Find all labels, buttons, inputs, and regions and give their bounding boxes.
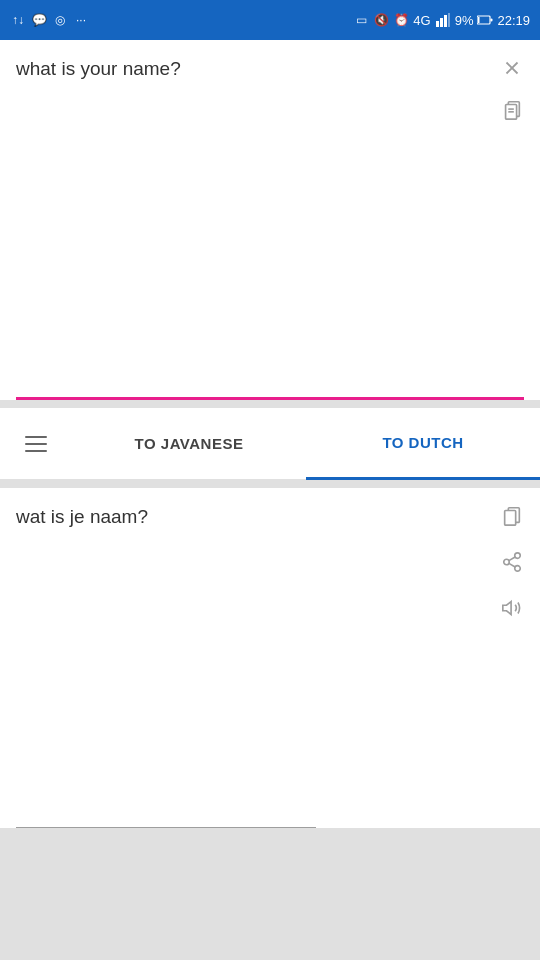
svg-line-19 [509,557,515,561]
output-text: wat is je naam? [16,506,476,528]
svg-marker-20 [503,602,511,615]
input-actions [496,52,528,126]
separator-2 [0,480,540,488]
tab-javanese[interactable]: TO JAVANESE [72,408,306,480]
output-area: wat is je naam? [0,488,540,828]
time: 22:19 [497,13,530,28]
input-area: what is your name? [0,40,540,400]
cast-icon: ▭ [353,12,369,28]
output-actions [496,500,528,624]
copy-button[interactable] [496,500,528,532]
menu-button[interactable] [0,408,72,480]
battery-percent: 9% [455,13,474,28]
input-underline [16,397,524,400]
language-bar: TO JAVANESE TO DUTCH [0,408,540,480]
svg-rect-5 [491,19,493,22]
language-tabs: TO JAVANESE TO DUTCH [72,408,540,480]
svg-rect-14 [505,511,516,526]
svg-point-17 [515,566,521,572]
svg-rect-1 [440,18,443,27]
svg-point-16 [504,559,510,565]
camera-icon: ◎ [52,12,68,28]
svg-rect-3 [448,13,450,27]
input-text[interactable]: what is your name? [16,58,476,80]
tab-dutch[interactable]: TO DUTCH [306,408,540,480]
status-right-info: ▭ 🔇 ⏰ 4G 9% 22:19 [353,12,530,28]
data-icon: ↑↓ [10,12,26,28]
svg-line-18 [509,563,515,567]
svg-rect-6 [478,17,480,23]
speaker-button[interactable] [496,592,528,624]
svg-point-15 [515,553,521,559]
network-type: 4G [413,13,430,28]
svg-rect-0 [436,21,439,27]
status-left-icons: ↑↓ 💬 ◎ ··· [10,12,89,28]
svg-rect-2 [444,15,447,27]
output-underline [16,827,316,829]
whatsapp-icon: 💬 [31,12,47,28]
signal-bars [435,12,451,28]
clear-button[interactable] [496,52,528,84]
status-bar: ↑↓ 💬 ◎ ··· ▭ 🔇 ⏰ 4G 9% 22:19 [0,0,540,40]
share-button[interactable] [496,546,528,578]
clipboard-button[interactable] [496,94,528,126]
battery-icon [477,12,493,28]
alarm-icon: ⏰ [393,12,409,28]
hamburger-icon [25,436,47,452]
more-icon: ··· [73,12,89,28]
mute-icon: 🔇 [373,12,389,28]
